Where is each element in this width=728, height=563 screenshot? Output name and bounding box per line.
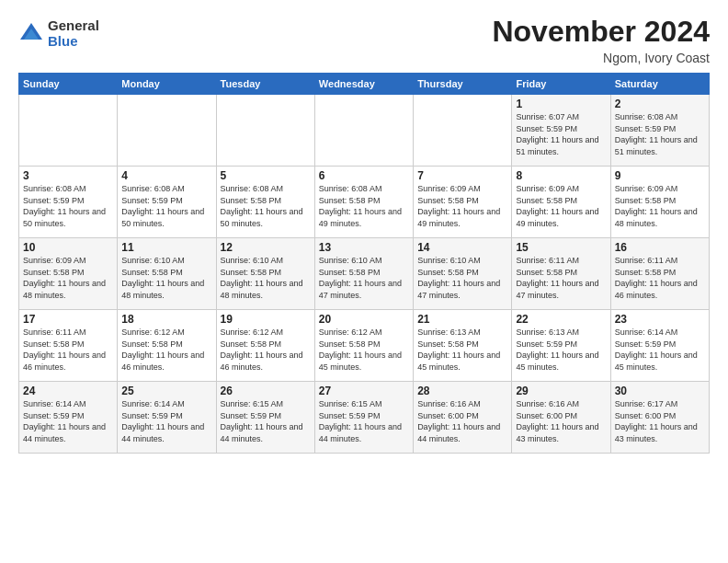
calendar-cell: 5Sunrise: 6:08 AM Sunset: 5:58 PM Daylig…	[216, 167, 314, 238]
cell-info: Sunrise: 6:09 AM Sunset: 5:58 PM Dayligh…	[417, 183, 507, 229]
calendar-body: 1Sunrise: 6:07 AM Sunset: 5:59 PM Daylig…	[19, 95, 710, 454]
calendar-cell: 8Sunrise: 6:09 AM Sunset: 5:58 PM Daylig…	[512, 167, 610, 238]
week-row-5: 24Sunrise: 6:14 AM Sunset: 5:59 PM Dayli…	[19, 382, 710, 454]
calendar-cell: 22Sunrise: 6:13 AM Sunset: 5:59 PM Dayli…	[512, 310, 610, 382]
calendar-cell: 9Sunrise: 6:09 AM Sunset: 5:58 PM Daylig…	[610, 167, 709, 238]
day-number: 8	[516, 169, 606, 182]
cell-info: Sunrise: 6:09 AM Sunset: 5:58 PM Dayligh…	[516, 183, 606, 229]
day-number: 19	[221, 313, 311, 326]
calendar-table: SundayMondayTuesdayWednesdayThursdayFrid…	[18, 73, 710, 454]
logo-text: General Blue	[48, 18, 99, 49]
week-row-4: 17Sunrise: 6:11 AM Sunset: 5:58 PM Dayli…	[19, 310, 710, 382]
calendar-cell: 2Sunrise: 6:08 AM Sunset: 5:59 PM Daylig…	[610, 95, 709, 167]
day-number: 22	[516, 313, 606, 326]
page: General Blue November 2024 Ngom, Ivory C…	[0, 0, 728, 563]
day-number: 11	[121, 241, 211, 254]
cell-info: Sunrise: 6:13 AM Sunset: 5:58 PM Dayligh…	[417, 327, 507, 373]
cell-info: Sunrise: 6:11 AM Sunset: 5:58 PM Dayligh…	[516, 255, 606, 301]
header: General Blue November 2024 Ngom, Ivory C…	[18, 15, 710, 65]
header-row: SundayMondayTuesdayWednesdayThursdayFrid…	[19, 74, 710, 95]
cell-info: Sunrise: 6:08 AM Sunset: 5:58 PM Dayligh…	[221, 183, 311, 229]
day-number: 29	[516, 385, 606, 397]
logo-blue: Blue	[48, 34, 99, 50]
calendar-cell: 27Sunrise: 6:15 AM Sunset: 5:59 PM Dayli…	[314, 382, 413, 454]
calendar-cell: 24Sunrise: 6:14 AM Sunset: 5:59 PM Dayli…	[19, 382, 118, 454]
cell-info: Sunrise: 6:08 AM Sunset: 5:59 PM Dayligh…	[23, 183, 113, 229]
calendar-cell: 3Sunrise: 6:08 AM Sunset: 5:59 PM Daylig…	[19, 167, 118, 238]
header-cell-sunday: Sunday	[19, 74, 118, 95]
day-number: 23	[615, 313, 705, 326]
calendar-cell: 16Sunrise: 6:11 AM Sunset: 5:58 PM Dayli…	[610, 238, 709, 310]
calendar-cell: 30Sunrise: 6:17 AM Sunset: 6:00 PM Dayli…	[610, 382, 709, 454]
cell-info: Sunrise: 6:10 AM Sunset: 5:58 PM Dayligh…	[221, 255, 311, 301]
calendar-cell: 11Sunrise: 6:10 AM Sunset: 5:58 PM Dayli…	[118, 238, 216, 310]
calendar-header: SundayMondayTuesdayWednesdayThursdayFrid…	[19, 74, 710, 95]
cell-info: Sunrise: 6:17 AM Sunset: 6:00 PM Dayligh…	[615, 398, 705, 444]
cell-info: Sunrise: 6:12 AM Sunset: 5:58 PM Dayligh…	[319, 327, 409, 373]
day-number: 9	[615, 169, 705, 182]
calendar-cell: 1Sunrise: 6:07 AM Sunset: 5:59 PM Daylig…	[512, 95, 610, 167]
week-row-1: 1Sunrise: 6:07 AM Sunset: 5:59 PM Daylig…	[19, 95, 710, 167]
cell-info: Sunrise: 6:14 AM Sunset: 5:59 PM Dayligh…	[615, 327, 705, 373]
cell-info: Sunrise: 6:08 AM Sunset: 5:58 PM Dayligh…	[319, 183, 409, 229]
day-number: 2	[615, 98, 705, 110]
calendar-cell: 26Sunrise: 6:15 AM Sunset: 5:59 PM Dayli…	[216, 382, 314, 454]
calendar-cell: 25Sunrise: 6:14 AM Sunset: 5:59 PM Dayli…	[118, 382, 216, 454]
calendar-cell	[216, 95, 314, 167]
calendar-cell: 13Sunrise: 6:10 AM Sunset: 5:58 PM Dayli…	[314, 238, 413, 310]
day-number: 27	[319, 385, 409, 397]
day-number: 24	[23, 385, 113, 397]
cell-info: Sunrise: 6:10 AM Sunset: 5:58 PM Dayligh…	[121, 255, 211, 301]
week-row-2: 3Sunrise: 6:08 AM Sunset: 5:59 PM Daylig…	[19, 167, 710, 238]
cell-info: Sunrise: 6:14 AM Sunset: 5:59 PM Dayligh…	[121, 398, 211, 444]
cell-info: Sunrise: 6:12 AM Sunset: 5:58 PM Dayligh…	[121, 327, 211, 373]
cell-info: Sunrise: 6:14 AM Sunset: 5:59 PM Dayligh…	[23, 398, 113, 444]
month-title: November 2024	[492, 15, 710, 49]
day-number: 16	[615, 241, 705, 254]
calendar-cell	[314, 95, 413, 167]
day-number: 1	[516, 98, 606, 110]
calendar-cell: 17Sunrise: 6:11 AM Sunset: 5:58 PM Dayli…	[19, 310, 118, 382]
day-number: 4	[121, 169, 211, 182]
header-cell-thursday: Thursday	[414, 74, 512, 95]
header-cell-friday: Friday	[512, 74, 610, 95]
calendar-cell: 6Sunrise: 6:08 AM Sunset: 5:58 PM Daylig…	[314, 167, 413, 238]
calendar-cell: 12Sunrise: 6:10 AM Sunset: 5:58 PM Dayli…	[216, 238, 314, 310]
logo: General Blue	[18, 18, 99, 49]
cell-info: Sunrise: 6:13 AM Sunset: 5:59 PM Dayligh…	[516, 327, 606, 373]
calendar-cell	[19, 95, 118, 167]
day-number: 25	[121, 385, 211, 397]
day-number: 28	[417, 385, 507, 397]
day-number: 26	[221, 385, 311, 397]
day-number: 12	[221, 241, 311, 254]
calendar-cell: 4Sunrise: 6:08 AM Sunset: 5:59 PM Daylig…	[118, 167, 216, 238]
cell-info: Sunrise: 6:07 AM Sunset: 5:59 PM Dayligh…	[516, 111, 606, 157]
cell-info: Sunrise: 6:15 AM Sunset: 5:59 PM Dayligh…	[221, 398, 311, 444]
week-row-3: 10Sunrise: 6:09 AM Sunset: 5:58 PM Dayli…	[19, 238, 710, 310]
day-number: 5	[221, 169, 311, 182]
header-cell-tuesday: Tuesday	[216, 74, 314, 95]
calendar-cell: 18Sunrise: 6:12 AM Sunset: 5:58 PM Dayli…	[118, 310, 216, 382]
day-number: 10	[23, 241, 113, 254]
day-number: 14	[417, 241, 507, 254]
cell-info: Sunrise: 6:08 AM Sunset: 5:59 PM Dayligh…	[615, 111, 705, 157]
header-cell-saturday: Saturday	[610, 74, 709, 95]
calendar-cell: 14Sunrise: 6:10 AM Sunset: 5:58 PM Dayli…	[414, 238, 512, 310]
calendar-cell: 7Sunrise: 6:09 AM Sunset: 5:58 PM Daylig…	[414, 167, 512, 238]
location: Ngom, Ivory Coast	[492, 51, 710, 65]
day-number: 15	[516, 241, 606, 254]
cell-info: Sunrise: 6:16 AM Sunset: 6:00 PM Dayligh…	[516, 398, 606, 444]
day-number: 30	[615, 385, 705, 397]
day-number: 21	[417, 313, 507, 326]
calendar-cell: 15Sunrise: 6:11 AM Sunset: 5:58 PM Dayli…	[512, 238, 610, 310]
calendar-cell: 10Sunrise: 6:09 AM Sunset: 5:58 PM Dayli…	[19, 238, 118, 310]
title-block: November 2024 Ngom, Ivory Coast	[492, 15, 710, 65]
calendar-cell: 19Sunrise: 6:12 AM Sunset: 5:58 PM Dayli…	[216, 310, 314, 382]
logo-general: General	[48, 18, 99, 34]
cell-info: Sunrise: 6:11 AM Sunset: 5:58 PM Dayligh…	[615, 255, 705, 301]
day-number: 13	[319, 241, 409, 254]
cell-info: Sunrise: 6:11 AM Sunset: 5:58 PM Dayligh…	[23, 327, 113, 373]
header-cell-monday: Monday	[118, 74, 216, 95]
cell-info: Sunrise: 6:09 AM Sunset: 5:58 PM Dayligh…	[615, 183, 705, 229]
day-number: 18	[121, 313, 211, 326]
